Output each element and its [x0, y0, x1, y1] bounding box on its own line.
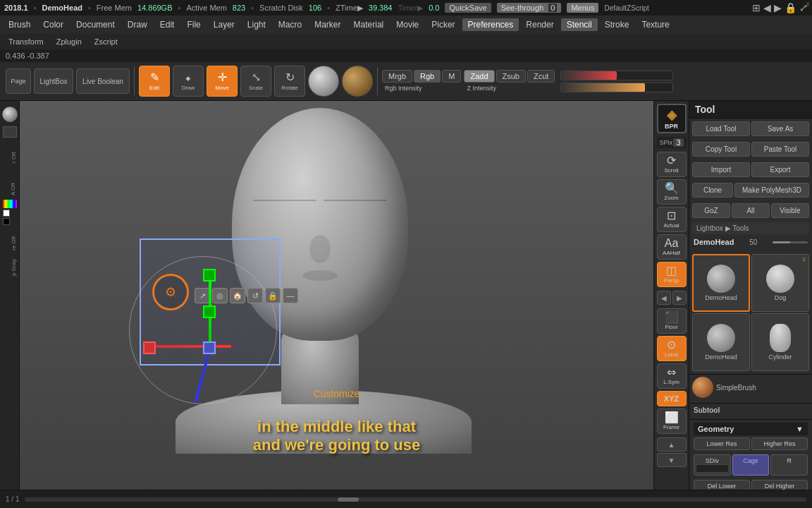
vp-bottom-arrow-down[interactable]: ▼ — [657, 453, 687, 467]
customize-label[interactable]: Customize — [313, 388, 359, 399]
tool-thumb-demohead2[interactable]: DemoHead — [692, 313, 750, 371]
menu-item-light[interactable]: Light — [242, 18, 271, 31]
clone-btn[interactable]: Clone — [692, 183, 733, 198]
all-btn[interactable]: All — [732, 203, 770, 218]
menu-item-movie[interactable]: Movie — [390, 18, 424, 31]
lightbox-btn[interactable]: LightBox — [34, 68, 73, 94]
lightbox-tools-btn[interactable]: Lightbox ▶ Tools — [692, 222, 809, 234]
export-btn[interactable]: Export — [751, 162, 809, 177]
gizmo-icon-1[interactable]: ↗ — [195, 288, 210, 303]
gizmo-box-center[interactable] — [203, 341, 216, 354]
menu-item-layer[interactable]: Layer — [208, 18, 240, 31]
rotate-mode-btn[interactable]: ↻ Rotate — [274, 66, 305, 97]
menu-item-macro[interactable]: Macro — [273, 18, 307, 31]
zoom-btn[interactable]: 🔍 Zoom — [657, 179, 687, 205]
menu-item-picker[interactable]: Picker — [426, 18, 460, 31]
rgb-btn[interactable]: Rgb — [414, 70, 441, 83]
submenu-zplugin[interactable]: Zplugin — [51, 37, 87, 47]
vp-arrow-left[interactable]: ◀ — [657, 291, 671, 305]
menu-item-marker[interactable]: Marker — [309, 18, 346, 31]
gizmo-box-x[interactable] — [143, 341, 156, 354]
tool-value-slider[interactable] — [773, 241, 808, 243]
menu-item-brush[interactable]: Brush — [3, 18, 36, 31]
menu-item-file[interactable]: File — [181, 18, 206, 31]
quicksave-btn[interactable]: QuickSave — [445, 3, 491, 13]
tool-thumb-cylinder[interactable]: Cylinder — [751, 313, 809, 371]
xyz-btn[interactable]: XYZ — [657, 391, 687, 406]
zcut-btn[interactable]: Zcut — [527, 70, 555, 83]
icon-grid[interactable]: ⊞ — [752, 2, 761, 13]
gizmo-box-y-top[interactable] — [203, 269, 216, 282]
gizmo-icon-2[interactable]: ◎ — [212, 288, 228, 303]
local-btn[interactable]: ⊙ Local — [657, 336, 687, 361]
visible-btn[interactable]: Visible — [771, 203, 809, 218]
menus-btn[interactable]: Menus — [567, 3, 598, 13]
scroll-btn[interactable]: ⟳ Scroll — [657, 152, 687, 177]
sdiv-btn[interactable]: SDiv — [694, 454, 731, 476]
paste-tool-btn[interactable]: Paste Tool — [751, 142, 809, 157]
draw-mode-btn[interactable]: ⬥ Draw — [173, 66, 204, 97]
default-zscript-btn[interactable]: DefaultZScript — [604, 4, 648, 12]
zsub-btn[interactable]: Zsub — [496, 70, 526, 83]
vp-arrow-right[interactable]: ▶ — [672, 291, 687, 305]
aahalf-btn[interactable]: Aa AAHalf — [657, 234, 687, 260]
load-tool-btn[interactable]: Load Tool — [692, 121, 750, 136]
lsym-btn[interactable]: ⇔ L.Sym — [657, 363, 687, 389]
menu-item-document[interactable]: Document — [70, 18, 121, 31]
save-as-btn[interactable]: Save As — [751, 121, 809, 136]
submenu-zscript[interactable]: Zscript — [89, 37, 123, 47]
material-sphere[interactable] — [308, 66, 339, 97]
repose-label[interactable]: r Off — [3, 142, 17, 163]
icon-lock[interactable]: 🔒 — [785, 2, 796, 13]
rgb-intensity-slider[interactable] — [560, 71, 673, 80]
scroll-indicator[interactable] — [25, 497, 806, 502]
menu-item-edit[interactable]: Edit — [154, 18, 180, 31]
sdiv-slider[interactable] — [696, 464, 729, 473]
move-mode-btn[interactable]: ✛ Move — [207, 66, 238, 97]
copy-tool-btn[interactable]: Copy Tool — [692, 142, 750, 157]
floor-btn[interactable]: ⬛ Floor — [657, 308, 687, 334]
menu-item-preferences[interactable]: Preferences — [462, 18, 519, 31]
edit-mode-btn[interactable]: ✎ Edit — [139, 66, 170, 97]
r-btn[interactable]: R — [770, 454, 808, 476]
zadd-btn[interactable]: Zadd — [464, 70, 494, 83]
a-off-label[interactable]: A Off — [4, 167, 16, 195]
make-polymesh-btn[interactable]: Make PolyMesh3D — [734, 183, 809, 198]
menu-item-material[interactable]: Material — [348, 18, 390, 31]
del-higher-btn[interactable]: Del Higher — [751, 480, 808, 490]
gizmo-icon-4[interactable]: ↺ — [247, 288, 263, 303]
texture-sphere[interactable] — [342, 66, 373, 97]
menu-item-stencil[interactable]: Stencil — [561, 18, 598, 31]
black-swatch[interactable] — [3, 218, 10, 225]
mrgb-btn[interactable]: Mrgb — [382, 70, 412, 83]
frame-btn[interactable]: ⬜ Frame — [657, 409, 687, 434]
scale-mode-btn[interactable]: ⤡ Scale — [240, 66, 271, 97]
icon-arrow-right[interactable]: ▶ — [774, 2, 782, 13]
re-off-label[interactable]: re Off — [3, 229, 17, 250]
menu-item-render[interactable]: Render — [520, 18, 559, 31]
tool-thumb-dog[interactable]: Dog 2 — [751, 254, 809, 312]
gizmo-icon-3[interactable]: 🏠 — [230, 288, 245, 303]
import-btn[interactable]: Import — [692, 162, 750, 177]
page-btn[interactable]: Page — [6, 68, 31, 94]
lower-res-btn[interactable]: Lower Res — [694, 437, 750, 450]
gizmo-icon-6[interactable]: — — [283, 288, 298, 303]
menu-item-color[interactable]: Color — [37, 18, 69, 31]
bpr-btn[interactable]: ◈ BPR — [657, 104, 687, 133]
cage-btn[interactable]: Cage — [732, 454, 770, 476]
live-boolean-btn[interactable]: Live Boolean — [76, 68, 130, 94]
vp-bottom-arrow-up[interactable]: ▲ — [657, 437, 687, 452]
m-btn[interactable]: M — [442, 70, 461, 83]
menu-item-texture[interactable]: Texture — [636, 18, 675, 31]
brush-small-btn[interactable] — [3, 126, 17, 138]
gizmo-icon-5[interactable]: 🔒 — [265, 288, 281, 303]
submenu-transform[interactable]: Transform — [3, 37, 49, 47]
menu-item-stroke[interactable]: Stroke — [599, 18, 635, 31]
higher-res-btn[interactable]: Higher Res — [751, 437, 808, 450]
white-swatch[interactable] — [3, 210, 10, 217]
see-through-btn[interactable]: See-through 0 — [497, 3, 562, 13]
color-spectrum[interactable] — [3, 200, 17, 208]
del-lower-btn[interactable]: Del Lower — [694, 480, 750, 490]
persp-btn[interactable]: ◫ Persp — [657, 262, 687, 287]
actual-btn[interactable]: ⊡ Actual — [657, 207, 687, 232]
